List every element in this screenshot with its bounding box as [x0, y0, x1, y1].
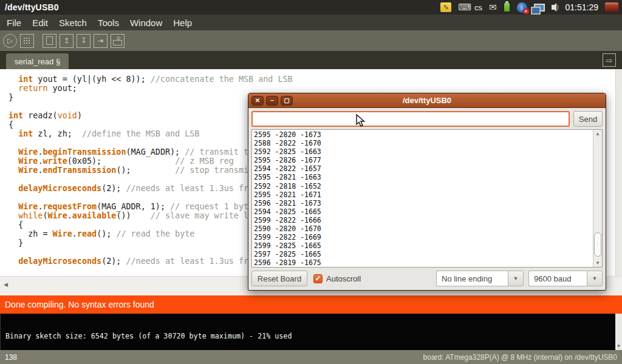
menu-item-help[interactable]: Help [168, 18, 197, 28]
serial-line: 2599 -2822 -1669 [254, 233, 321, 241]
footer-status-bar: 138 board: ATmega328P(A) @ 8 MHz (intern… [0, 350, 622, 364]
serial-line: 2594 -2825 -1665 [254, 207, 321, 216]
mail-icon[interactable]: ✉ [489, 2, 497, 13]
serial-monitor-body: Send 2595 -2820 -16732588 -2822 -1670259… [248, 108, 606, 290]
menu-item-sketch[interactable]: Sketch [53, 18, 92, 28]
note-applet-icon[interactable]: ✎ [440, 2, 451, 12]
compile-status-bar: Done compiling. No syntax errors found [0, 295, 622, 314]
serial-line: 2588 -2822 -1670 [254, 139, 321, 147]
clock[interactable]: 01:51:29 [566, 2, 599, 12]
new-sketch-icon[interactable] [43, 34, 56, 48]
tab-label: serial_read § [15, 57, 60, 66]
network-icon[interactable] [534, 4, 545, 12]
console-output: Binary sketch size: 6542 bytes (of a 307… [5, 332, 292, 340]
code-line: return yout; [9, 84, 615, 93]
scrollbar-thumb[interactable]: ⋮ [594, 232, 601, 257]
board-info: board: ATmega328P(A) @ 8 MHz (internal) … [423, 353, 617, 362]
console-scrollbar[interactable]: ▼ [615, 314, 622, 350]
autoscroll-label: Autoscroll [326, 274, 361, 283]
serial-line: 2597 -2825 -1665 [254, 250, 321, 258]
serial-output-lines: 2595 -2820 -16732588 -2822 -16702592 -28… [254, 130, 321, 268]
system-tray: ✎ ⌨ cs ✉ ᛒ✕ ) 01:51:29 [440, 0, 622, 15]
bluetooth-icon[interactable]: ᛒ✕ [517, 2, 527, 13]
serial-monitor-icon[interactable] [111, 34, 125, 48]
serial-input[interactable] [251, 111, 570, 127]
serial-line: 2596 -2819 -1675 [254, 258, 321, 267]
serial-monitor-title: /dev/ttyUSB0 [248, 96, 606, 105]
tab-bar: serial_read § ⇨ [0, 51, 622, 69]
battery-icon[interactable] [504, 2, 510, 12]
tab-menu-icon[interactable]: ⇨ [603, 53, 616, 67]
volume-icon[interactable]: ) [552, 3, 559, 12]
serial-line: 2592 -2825 -1663 [254, 147, 321, 156]
open-icon[interactable]: ↥ [60, 34, 73, 48]
serial-output-area[interactable]: 2595 -2820 -16732588 -2822 -16702592 -28… [251, 129, 603, 268]
serial-line: 2599 -2825 -1665 [254, 241, 321, 250]
desktop-top-panel: /dev/ttyUSB0 ✎ ⌨ cs ✉ ᛒ✕ ) 01:51:29 [0, 0, 622, 15]
bluetooth-off-badge: ✕ [524, 8, 529, 14]
scroll-up-icon[interactable]: ▲ [593, 131, 602, 136]
compile-status-message: Done compiling. No syntax errors found [5, 300, 154, 309]
autoscroll-checkbox[interactable]: ✓ [313, 274, 323, 283]
menu-bar: FileEditSketchToolsWindowHelp [0, 15, 622, 30]
serial-line: 2599 -2822 -1666 [254, 216, 321, 224]
serial-controls-row: Reset Board ✓ Autoscroll No line ending … [251, 270, 603, 287]
menu-item-file[interactable]: File [1, 18, 27, 28]
tab-serial-read[interactable]: serial_read § [6, 53, 69, 69]
scroll-down-icon[interactable]: ▼ [593, 260, 602, 266]
send-button[interactable]: Send [573, 111, 603, 127]
serial-line: 2595 -2820 -1673 [254, 130, 321, 139]
menu-item-edit[interactable]: Edit [27, 18, 53, 28]
verify-icon[interactable]: ▷ [3, 34, 17, 48]
serial-scrollbar[interactable]: ▲ ▼ ⋮ [593, 130, 602, 267]
upload-icon[interactable]: ⇥ [94, 34, 108, 48]
mouse-cursor [356, 114, 366, 127]
line-ending-select[interactable]: No line ending ▼ [436, 271, 524, 286]
reset-board-button[interactable]: Reset Board [251, 271, 307, 286]
toolbar: ▷ ↥ ↧ ⇥ [0, 30, 622, 51]
serial-line: 2595 -2826 -1677 [254, 156, 321, 164]
save-icon[interactable]: ↧ [77, 34, 91, 48]
keyboard-layout-icon[interactable]: ⌨ [458, 2, 471, 13]
line-ending-value: No line ending [436, 271, 508, 286]
active-window-title: /dev/ttyUSB0 [0, 2, 59, 12]
serial-line: 2590 -2820 -1670 [254, 224, 321, 233]
editor-vertical-scrollbar[interactable] [615, 69, 622, 276]
chevron-down-icon[interactable]: ▼ [508, 271, 524, 286]
menu-item-window[interactable]: Window [125, 18, 168, 28]
serial-line: 2595 -2821 -1663 [254, 173, 321, 181]
serial-input-row: Send [251, 111, 603, 127]
serial-line: 2592 -2818 -1652 [254, 182, 321, 190]
baud-rate-value: 9600 baud [528, 271, 587, 286]
serial-monitor-window: ✕ – ▢ /dev/ttyUSB0 Send 2595 -2820 -1673… [248, 93, 606, 291]
baud-rate-select[interactable]: 9600 baud ▼ [528, 271, 603, 286]
serial-line: 2595 -2821 -1671 [254, 190, 321, 199]
keyboard-layout-label[interactable]: cs [474, 3, 482, 12]
stop-icon[interactable] [20, 34, 34, 48]
session-power-icon[interactable] [605, 2, 618, 12]
serial-monitor-titlebar[interactable]: ✕ – ▢ /dev/ttyUSB0 [248, 93, 606, 108]
chevron-down-icon[interactable]: ▼ [587, 271, 603, 286]
serial-line: 2596 -2821 -1673 [254, 199, 321, 207]
code-line: int yout = (yl|(yh << 8)); //concatenate… [9, 75, 615, 84]
line-number: 138 [5, 353, 17, 362]
menu-item-tools[interactable]: Tools [92, 18, 125, 28]
serial-line: 2594 -2822 -1657 [254, 164, 321, 173]
build-console: Binary sketch size: 6542 bytes (of a 307… [0, 314, 622, 350]
